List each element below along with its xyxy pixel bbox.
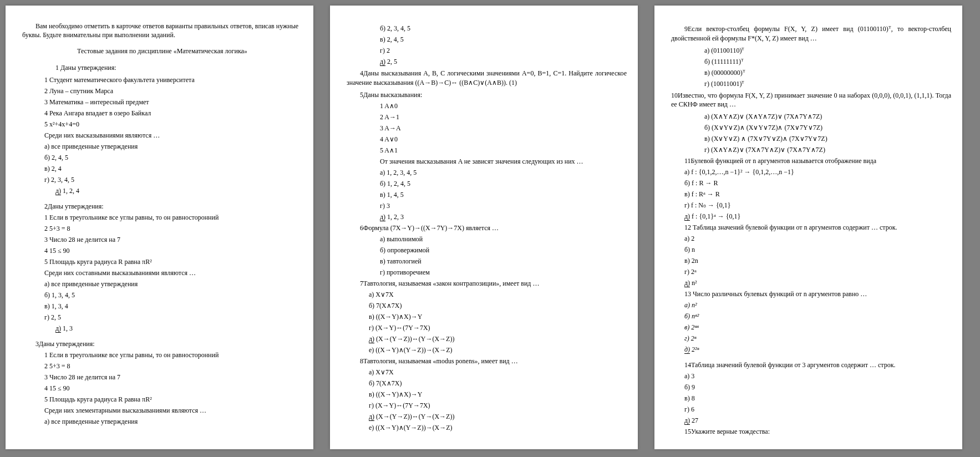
p2-cont-d: г) 2: [380, 45, 627, 55]
q1-s2: 2 Луна – спутник Марса: [44, 86, 302, 96]
q2-s1: 1 Если в треугольнике все углы равны, то…: [44, 212, 302, 222]
q3-s4: 4 15 ≤ 90: [44, 383, 302, 393]
page-3: 9Если вектор-столбец формулы F(X, Y, Z) …: [654, 6, 962, 449]
q10-b: б) (X∨Y∨Z)∧ (X∨Y∨7Z)∧ (7X∨7Y∨7Z): [704, 123, 951, 133]
q1-s5: 5 x²+4x+4=0: [44, 119, 302, 129]
q13-e: д) 2²ⁿ: [684, 344, 951, 354]
q2-b: б) 1, 3, 4, 5: [44, 290, 302, 300]
q2-s2: 2 5+3 = 8: [44, 224, 302, 233]
q1-s1: 1 Студент математического факультета уни…: [44, 75, 302, 85]
q5-s5: 5 A∧1: [380, 145, 627, 155]
q14-head: 14Таблица значений булевой функции от 3 …: [684, 360, 951, 370]
q9-head: 9Если вектор-столбец формулы F(X, Y, Z) …: [671, 24, 951, 43]
q9-b: б) (11111111)ᵀ: [704, 57, 951, 67]
q5-s2: 2 A→1: [380, 112, 627, 122]
q2-s3: 3 Число 28 не делится на 7: [44, 235, 302, 245]
q12-b: б) n: [684, 245, 951, 255]
q1-tail: Среди них высказываниями являются …: [44, 130, 302, 140]
q3-tail: Среди них элементарными высказываниями я…: [44, 405, 302, 415]
question-1: 1 Даны утверждения: 1 Студент математиче…: [22, 63, 302, 196]
q10-a: а) (X∧Y∧Z)∨ (X∧Y∧7Z)∨ (7X∧7Y∧7Z): [704, 111, 951, 121]
q14-d: г) 6: [684, 404, 951, 414]
question-2: 2Даны утверждения: 1 Если в треугольнике…: [22, 201, 302, 333]
q1-d: г) 2, 3, 4, 5: [44, 175, 302, 185]
q8-c: в) ((X→Y)∧X)→Y: [369, 389, 627, 399]
q15-head: 15Укажите верные тождества:: [684, 426, 951, 436]
q2-a: а) все приведенные утверждения: [44, 279, 302, 289]
q7-b: б) 7(X∧7X): [369, 301, 627, 311]
q5-a: а) 1, 2, 3, 4, 5: [380, 167, 627, 177]
q1-s3: 3 Математика – интересный предмет: [44, 97, 302, 107]
q10-c: в) (X∨Y∨Z) ∧ (7X∨7Y∨Z)∧ (7X∨7Y∨7Z): [704, 134, 951, 144]
q8-e: д) (X→(Y→Z))↔(Y→(X→Z)): [369, 412, 627, 422]
q8-f: е) ((X→Y)∧(Y→Z))→(X→Z): [369, 423, 627, 433]
p2-cont-e: д) 2, 5: [380, 57, 627, 67]
q11-e: д) f : {0,1}ⁿ → {0,1}: [684, 211, 951, 221]
page-2: б) 2, 3, 4, 5 в) 2, 4, 5 г) 2 д) 2, 5 4Д…: [330, 6, 638, 449]
question-3: 3Даны утверждения: 1 Если в треугольнике…: [22, 339, 302, 426]
q5-b: б) 1, 2, 4, 5: [380, 179, 627, 189]
q8-b: б) 7(X∧7X): [369, 378, 627, 388]
page-1: Вам необходимо отметить в карточке ответ…: [6, 6, 313, 449]
q14-e: д) 27: [684, 415, 951, 425]
q3-head: 3Даны утверждения:: [22, 339, 302, 349]
q7-f: е) ((X→Y)∧(Y→Z))→(X→Z): [369, 345, 627, 355]
q12-e: д) n²: [684, 278, 951, 288]
q2-e: д) 1, 3: [55, 323, 302, 333]
q6-head: 6Формула (7X→Y)→((X→7Y)→7X) является …: [360, 223, 627, 233]
intro-text: Вам необходимо отметить в карточке ответ…: [22, 22, 302, 39]
q2-head: 2Даны утверждения:: [44, 201, 302, 211]
q11-a: а) f : {0,1,2,…,n −1}² → {0,1,2,…,n −1}: [684, 167, 951, 177]
q3-s2: 2 5+3 = 8: [44, 361, 302, 371]
q8-head: 8Тавтология, называемая «modus ponens», …: [347, 356, 627, 366]
q5-c: в) 1, 4, 5: [380, 190, 627, 200]
q5-s3: 3 A→A: [380, 123, 627, 133]
document-viewport: Вам необходимо отметить в карточке ответ…: [0, 0, 980, 455]
q7-head: 7Тавтология, называемая «закон контрапоз…: [347, 278, 627, 288]
q5-head: 5Даны высказывания:: [360, 90, 627, 100]
q11-head: 11Булевой функцией от n аргументов назыв…: [684, 156, 951, 166]
q6-a: а) выполнимой: [380, 234, 627, 244]
q10-d: г) (X∧Y∧Z)∨ (7X∧7Y∧Z)∨ (7X∧7Y∧7Z): [704, 145, 951, 155]
q1-e: д) 1, 2, 4: [55, 186, 302, 196]
q14-c: в) 8: [684, 393, 951, 403]
q2-d: г) 2, 5: [44, 312, 302, 322]
q5-d: г) 3: [380, 201, 627, 211]
p2-cont-b: б) 2, 3, 4, 5: [380, 23, 627, 33]
q4: 4Даны высказывания A, B, C логическими з…: [347, 69, 627, 88]
q13-a: а) n²: [684, 300, 951, 310]
q11-b: б) f : R → R: [684, 178, 951, 188]
q8-a: а) X∨7X: [369, 367, 627, 377]
q1-head: 1 Даны утверждения:: [55, 63, 302, 73]
q12-head: 12 Таблица значений булевой функции от n…: [684, 222, 951, 232]
q12-a: а) 2: [684, 233, 951, 243]
q9-c: в) (00000000)ᵀ: [704, 68, 951, 78]
q2-s4: 4 15 ≤ 90: [44, 246, 302, 256]
q6-c: в) тавтологией: [380, 256, 627, 266]
q11-c: в) f : Rⁿ → R: [684, 189, 951, 199]
q14-a: а) 3: [684, 371, 951, 381]
p2-cont-c: в) 2, 4, 5: [380, 34, 627, 44]
q5-s4: 4 A∨0: [380, 134, 627, 144]
q2-tail: Среди них составными высказываниями явля…: [44, 268, 302, 278]
q3-s1: 1 Если в треугольнике все углы равны, то…: [44, 350, 302, 360]
q12-d: г) 2ⁿ: [684, 267, 951, 277]
q6-b: б) опровержимой: [380, 245, 627, 255]
q7-d: г) (X→Y)↔(7Y→7X): [369, 323, 627, 333]
q2-c: в) 1, 3, 4: [44, 301, 302, 311]
q1-a: а) все приведенные утверждения: [44, 141, 302, 151]
q5-e: д) 1, 2, 3: [380, 212, 627, 222]
q12-c: в) 2n: [684, 256, 951, 266]
q7-a: а) X∨7X: [369, 290, 627, 299]
q13-d: г) 2ⁿ: [684, 333, 951, 343]
q3-s3: 3 Число 28 не делится на 7: [44, 372, 302, 382]
q3-s5: 5 Площадь круга радиуса R равна πR²: [44, 394, 302, 404]
q6-d: г) противоречием: [380, 267, 627, 277]
q2-s5: 5 Площадь круга радиуса R равна πR²: [44, 257, 302, 267]
q9-a: а) (01100110)ᵀ: [704, 45, 951, 55]
q11-d: г) f : N₀ → {0,1}: [684, 200, 951, 210]
document-title: Тестовые задания по дисциплине «Математи…: [22, 47, 302, 55]
q5-tail: От значения высказывания A не зависят зн…: [380, 156, 627, 166]
q1-c: в) 2, 4: [44, 164, 302, 174]
q13-b: б) nⁿ²: [684, 311, 951, 321]
